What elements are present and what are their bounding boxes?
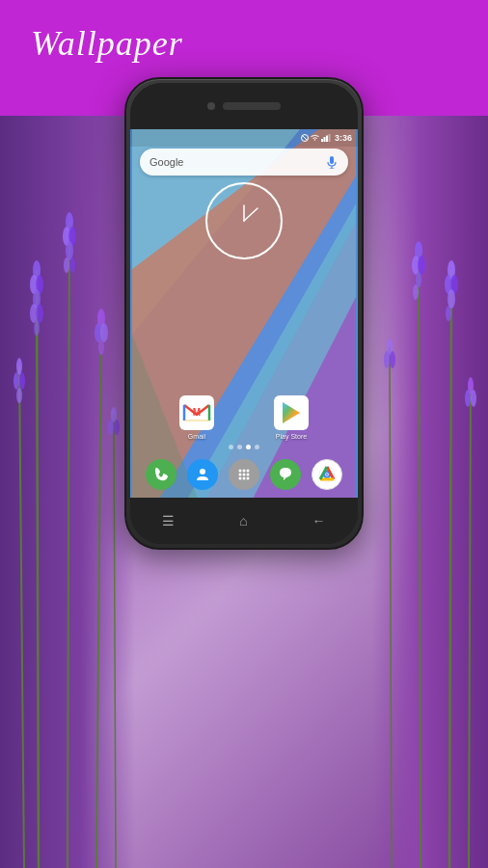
svg-point-10: [36, 304, 43, 323]
svg-point-40: [418, 256, 425, 275]
gmail-label: Gmail: [188, 433, 205, 440]
bottom-dock: [130, 459, 358, 490]
svg-rect-62: [330, 156, 334, 164]
camera-dot: [207, 102, 215, 110]
svg-point-80: [246, 474, 249, 476]
svg-point-11: [34, 320, 40, 336]
app-icons-row: M Gmail: [130, 395, 358, 440]
svg-line-31: [469, 386, 471, 868]
nav-back[interactable]: ←: [312, 513, 326, 529]
svg-line-29: [449, 270, 451, 868]
svg-point-24: [100, 323, 108, 342]
svg-point-75: [238, 470, 241, 473]
svg-point-37: [446, 306, 451, 321]
svg-rect-58: [321, 139, 323, 142]
svg-point-36: [447, 289, 455, 309]
svg-point-78: [238, 474, 241, 476]
svg-line-30: [419, 251, 420, 868]
svg-point-82: [242, 477, 245, 480]
dot-4: [255, 445, 259, 449]
svg-point-28: [114, 420, 120, 435]
svg-point-15: [66, 241, 73, 260]
dot-1: [229, 445, 233, 449]
phone-shell: 3:36 Google: [124, 77, 364, 550]
search-text: Google: [149, 156, 325, 168]
phone-inner: 3:36 Google: [130, 83, 358, 544]
svg-point-45: [471, 390, 476, 407]
phone-nav-bar: ☰ ⌂ ←: [130, 498, 358, 544]
dock-apps[interactable]: [229, 459, 259, 490]
dot-3-active: [246, 445, 251, 449]
svg-line-1: [68, 222, 69, 868]
svg-point-79: [242, 474, 245, 476]
nav-menu[interactable]: ☰: [162, 513, 175, 529]
status-time: 3:36: [335, 133, 352, 143]
svg-point-16: [64, 258, 69, 273]
svg-point-27: [108, 420, 114, 435]
lavender-right-decoration: [363, 77, 488, 868]
svg-line-2: [19, 366, 24, 868]
dot-2: [237, 445, 242, 449]
svg-point-83: [246, 477, 249, 480]
svg-point-48: [390, 351, 395, 368]
svg-point-17: [69, 258, 75, 273]
svg-point-76: [242, 470, 245, 473]
dock-phone[interactable]: [146, 459, 176, 490]
svg-line-4: [114, 415, 116, 868]
svg-point-77: [246, 470, 249, 473]
svg-point-20: [19, 372, 25, 390]
page-title: Wallpaper: [31, 23, 183, 64]
mic-icon: [325, 155, 339, 169]
svg-point-18: [16, 358, 22, 375]
svg-point-44: [465, 390, 471, 407]
svg-point-47: [384, 351, 390, 368]
status-icons: [301, 134, 331, 142]
svg-rect-61: [328, 134, 330, 142]
phone-device: 3:36 Google: [124, 77, 364, 550]
svg-line-0: [37, 270, 39, 868]
svg-rect-59: [323, 137, 325, 142]
dock-chrome[interactable]: [312, 459, 342, 490]
svg-point-21: [16, 388, 22, 403]
phone-top-bar: [130, 83, 358, 129]
svg-point-81: [238, 477, 241, 480]
svg-line-3: [96, 318, 101, 868]
svg-point-42: [413, 285, 419, 300]
svg-line-57: [302, 136, 307, 141]
playstore-label: Play Store: [276, 433, 307, 440]
svg-rect-60: [326, 136, 328, 143]
phone-screen: 3:36 Google: [130, 129, 358, 498]
gmail-app-icon[interactable]: M Gmail: [179, 395, 214, 440]
speaker-grille: [223, 102, 281, 110]
playstore-icon-img: [274, 395, 309, 430]
svg-text:M: M: [193, 407, 201, 418]
status-bar: 3:36: [130, 129, 358, 147]
playstore-app-icon[interactable]: Play Store: [274, 395, 309, 440]
lavender-left-decoration: [0, 77, 145, 868]
nav-home[interactable]: ⌂: [239, 513, 247, 529]
gmail-icon-img: M: [179, 395, 214, 430]
svg-point-25: [98, 339, 104, 355]
svg-line-65: [244, 208, 258, 221]
svg-point-89: [326, 474, 328, 475]
dock-hangouts[interactable]: [270, 459, 301, 490]
search-bar[interactable]: Google: [140, 149, 348, 176]
clock-widget: [205, 182, 283, 259]
svg-point-74: [200, 469, 205, 475]
page-dots: [229, 445, 259, 449]
svg-line-32: [390, 347, 392, 868]
dock-contacts[interactable]: [187, 459, 218, 490]
svg-point-19: [14, 372, 19, 390]
